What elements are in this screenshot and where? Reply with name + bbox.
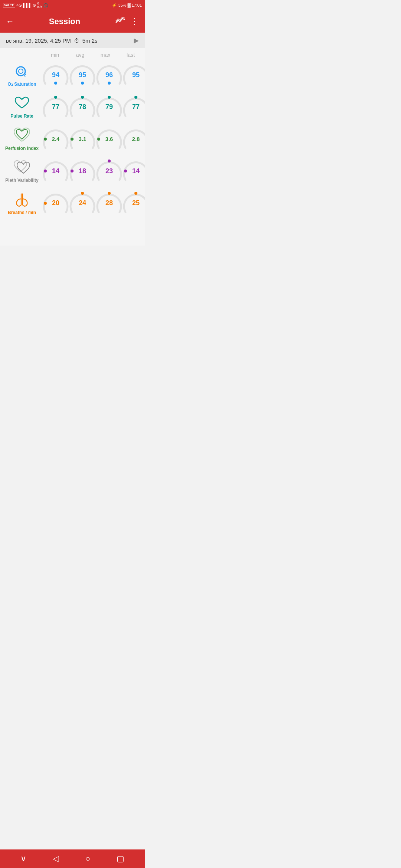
pleth-icon bbox=[13, 159, 30, 176]
perfusion-min-cell: 2.4 bbox=[42, 126, 69, 152]
pulse-last-cell: 77 bbox=[123, 94, 145, 121]
breaths-per-min-row: Breaths / min 20 24 28 bbox=[0, 188, 145, 219]
perfusion-max-cell: 3.6 bbox=[96, 126, 123, 152]
data-speed: 6K/s bbox=[37, 1, 42, 9]
battery-percent: 35% bbox=[118, 3, 126, 7]
pleth-variability-row: Pleth Variability 14 18 23 bbox=[0, 155, 145, 187]
breaths-avg-cell: 24 bbox=[69, 190, 96, 217]
clock: 17:01 bbox=[131, 3, 142, 7]
breaths-last-value: 25 bbox=[123, 190, 145, 217]
battery-icon: ▓ bbox=[127, 3, 130, 7]
pulse-label-text: Pulse Rate bbox=[10, 114, 33, 119]
page-title: Session bbox=[19, 17, 111, 26]
o2-max-cell: 96 bbox=[96, 62, 123, 88]
perfusion-index-label: Perfusion Index bbox=[1, 126, 42, 152]
status-bar: VoLTE 4G ▌▌▌ ⊙ 6K/s 🎧 ⚡ 35% ▓ 17:01 bbox=[0, 0, 145, 10]
play-button[interactable]: ▶ bbox=[134, 36, 139, 45]
breaths-last-cell: 25 bbox=[123, 190, 145, 217]
headset-icon: 🎧 bbox=[43, 3, 48, 8]
pulse-rate-label: Pulse Rate bbox=[1, 93, 42, 120]
o2-saturation-label: 2 O₂ Saturation bbox=[1, 62, 42, 88]
status-left: VoLTE 4G ▌▌▌ ⊙ 6K/s 🎧 bbox=[3, 1, 48, 9]
volte-label: VoLTE bbox=[3, 3, 15, 7]
pulse-last-value: 77 bbox=[123, 94, 145, 121]
o2-saturation-row: 2 O₂ Saturation 94 95 96 bbox=[0, 59, 145, 91]
col-min: min bbox=[42, 52, 68, 58]
pleth-label-text: Pleth Variability bbox=[5, 178, 38, 183]
perfusion-label-text: Perfusion Index bbox=[5, 146, 39, 151]
network-strength: 4G bbox=[16, 3, 22, 7]
o2-icon: 2 bbox=[13, 63, 30, 80]
svg-point-1 bbox=[19, 69, 23, 73]
wifi-icon: ⊙ bbox=[33, 3, 36, 8]
pleth-max-cell: 23 bbox=[96, 158, 123, 184]
breaths-per-min-label: Breaths / min bbox=[1, 190, 42, 217]
clock-icon: ⏱ bbox=[74, 37, 79, 44]
perfusion-avg-cell: 3.1 bbox=[69, 126, 96, 152]
pleth-last-cell: 14 bbox=[123, 158, 145, 184]
session-info-bar: вс янв. 19, 2025, 4:25 PM ⏱ 5m 2s ▶ bbox=[0, 33, 145, 48]
main-content: min avg max last 2 O₂ Saturation 94 bbox=[0, 48, 145, 246]
lungs-icon bbox=[13, 191, 30, 208]
perfusion-last-value: 2.8 bbox=[123, 126, 145, 152]
col-max: max bbox=[93, 52, 118, 58]
o2-avg-cell: 95 bbox=[69, 62, 96, 88]
breaths-max-cell: 28 bbox=[96, 190, 123, 217]
svg-text:2: 2 bbox=[24, 73, 26, 77]
perfusion-index-row: Perfusion Index 2.4 3.1 3.6 bbox=[0, 124, 145, 155]
back-button[interactable]: ← bbox=[6, 17, 14, 26]
session-date: вс янв. 19, 2025, 4:25 PM bbox=[6, 37, 71, 44]
pulse-min-cell: 77 bbox=[42, 94, 69, 121]
pulse-rate-row: Pulse Rate 77 78 79 bbox=[0, 91, 145, 122]
pulse-avg-cell: 78 bbox=[69, 94, 96, 121]
perfusion-icon bbox=[13, 127, 30, 144]
breaths-label-text: Breaths / min bbox=[8, 210, 36, 215]
bluetooth-icon: ⚡ bbox=[112, 3, 117, 8]
session-duration: 5m 2s bbox=[82, 37, 98, 44]
menu-icon[interactable]: ⋮ bbox=[130, 16, 139, 27]
pleth-variability-label: Pleth Variability bbox=[1, 158, 42, 184]
o2-last-value: 95 bbox=[123, 62, 145, 88]
o2-min-cell: 94 bbox=[42, 62, 69, 88]
pulse-max-cell: 79 bbox=[96, 94, 123, 121]
col-avg: avg bbox=[68, 52, 93, 58]
pleth-min-cell: 14 bbox=[42, 158, 69, 184]
o2-label-text: O₂ Saturation bbox=[7, 82, 36, 87]
breaths-min-cell: 20 bbox=[42, 190, 69, 217]
pleth-avg-cell: 18 bbox=[69, 158, 96, 184]
col-last: last bbox=[118, 52, 143, 58]
perfusion-last-cell: 2.8 bbox=[123, 126, 145, 152]
signal-bars: ▌▌▌ bbox=[23, 3, 32, 7]
o2-last-cell: 95 bbox=[123, 62, 145, 88]
app-bar: ← Session ⋮ bbox=[0, 10, 145, 33]
chart-icon[interactable] bbox=[115, 16, 125, 27]
status-right: ⚡ 35% ▓ 17:01 bbox=[112, 3, 142, 8]
column-headers: min avg max last bbox=[0, 52, 145, 58]
pulse-icon bbox=[13, 95, 30, 112]
